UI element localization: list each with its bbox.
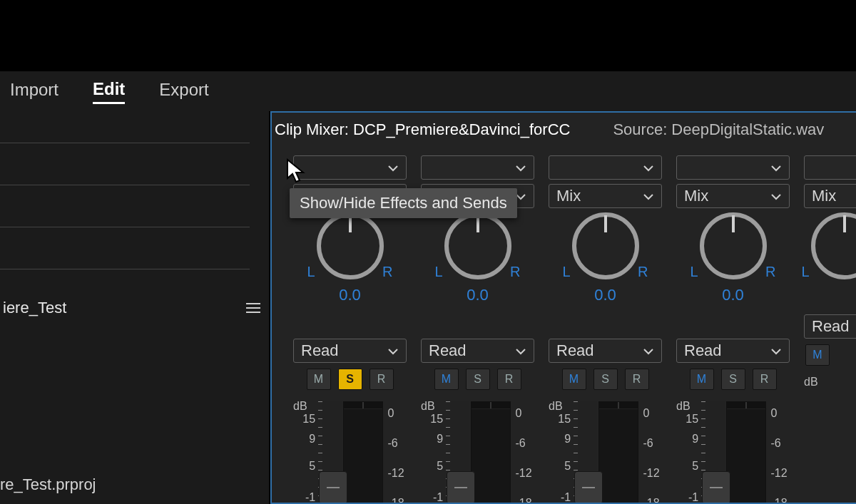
fx-slot-dropdown[interactable]	[549, 155, 662, 180]
record-button[interactable]: R	[625, 369, 649, 390]
automation-mode-dropdown[interactable]: Read	[804, 314, 856, 339]
tab-edit[interactable]: Edit	[93, 79, 125, 104]
channel-strip: Mix LR0.0 Read MSR dB1595-1 0-6-12-18	[669, 147, 797, 504]
send-dropdown[interactable]: Mix	[676, 184, 790, 208]
chevron-down-icon	[387, 341, 399, 360]
panel-menu-icon[interactable]	[246, 303, 260, 313]
pan-knob[interactable]	[572, 212, 639, 279]
automation-mode-value: Read	[301, 341, 339, 360]
tab-import[interactable]: Import	[10, 80, 58, 103]
mute-button[interactable]: M	[434, 369, 459, 390]
automation-mode-dropdown[interactable]: Read	[293, 339, 407, 363]
meter-scale-right: 0 -6 -12 -18	[387, 400, 407, 504]
level-meter	[598, 401, 639, 504]
solo-button[interactable]: S	[593, 369, 618, 390]
volume-fader[interactable]	[578, 401, 597, 504]
record-button[interactable]: R	[497, 369, 521, 390]
solo-button[interactable]: S	[721, 369, 745, 390]
chevron-down-icon	[515, 341, 526, 360]
channel-strip: Mix L Read M dB	[797, 147, 856, 504]
chevron-down-icon	[770, 187, 782, 205]
project-panel: iere_Test re_Test.prproj	[0, 111, 270, 504]
fader-handle[interactable]	[574, 471, 603, 504]
level-meter	[343, 401, 384, 504]
solo-button[interactable]: S	[466, 369, 490, 390]
pan-value: 0.0	[467, 286, 489, 304]
project-file-name[interactable]: re_Test.prproj	[0, 475, 96, 494]
fx-slot-dropdown[interactable]	[676, 155, 790, 180]
fx-slot-dropdown[interactable]	[293, 155, 407, 180]
pan-value: 0.0	[722, 286, 744, 304]
chevron-down-icon	[643, 187, 654, 205]
pan-right-label: R	[382, 264, 392, 280]
mute-button[interactable]: M	[562, 369, 586, 390]
volume-fader[interactable]	[322, 401, 342, 504]
pan-knob[interactable]	[700, 212, 767, 279]
level-meter	[471, 401, 511, 504]
record-button[interactable]: R	[370, 369, 394, 390]
pan-left-label: L	[307, 264, 315, 280]
tooltip-show-hide-effects: Show/Hide Effects and Sends	[290, 188, 517, 218]
automation-mode-dropdown[interactable]: Read	[549, 339, 662, 363]
title-bar-blackout	[0, 0, 856, 71]
fader-scale-left: dB 15 9 5 -1	[293, 400, 320, 504]
chevron-down-icon	[770, 341, 782, 360]
fader-handle[interactable]	[702, 471, 730, 504]
workspace: iere_Test re_Test.prproj Clip Mixer: DCP…	[0, 111, 856, 504]
workspace-tabs: Import Edit Export	[0, 71, 856, 111]
mute-button[interactable]: M	[805, 344, 830, 366]
fx-slot-dropdown[interactable]	[421, 155, 534, 180]
fader-handle[interactable]	[319, 471, 347, 504]
automation-mode-dropdown[interactable]: Read	[676, 339, 790, 363]
solo-button[interactable]: S	[338, 369, 362, 390]
tab-export[interactable]: Export	[159, 80, 208, 103]
automation-mode-dropdown[interactable]: Read	[421, 339, 534, 363]
record-button[interactable]: R	[753, 369, 777, 390]
send-dropdown[interactable]: Mix	[804, 184, 856, 208]
mute-button[interactable]: M	[307, 369, 331, 390]
fx-slot-dropdown[interactable]	[804, 155, 856, 180]
asset-name[interactable]: iere_Test	[3, 299, 66, 317]
chevron-down-icon	[515, 158, 526, 177]
pan-value: 0.0	[339, 286, 361, 304]
volume-fader[interactable]	[450, 401, 469, 504]
level-meter	[726, 401, 767, 504]
pan-value: 0.0	[594, 286, 616, 304]
chevron-down-icon	[770, 158, 782, 177]
divider	[0, 269, 250, 269]
pan-knob[interactable]	[444, 212, 511, 279]
channel-strip: Mix LR0.0 Read MSR dB1595-1 0-6-12-18	[541, 147, 669, 504]
send-dropdown[interactable]: Mix	[549, 184, 662, 208]
chevron-down-icon	[643, 341, 654, 360]
tab-clip-mixer[interactable]: Clip Mixer: DCP_Premiere&Davinci_forCC	[275, 120, 570, 139]
volume-fader[interactable]	[705, 401, 725, 504]
chevron-down-icon	[387, 158, 399, 177]
mute-button[interactable]: M	[690, 369, 714, 390]
pan-knob[interactable]	[317, 212, 384, 279]
chevron-down-icon	[643, 158, 654, 177]
fader-handle[interactable]	[447, 471, 475, 504]
tab-source-monitor[interactable]: Source: DeepDigitalStatic.wav	[613, 120, 824, 139]
clip-mixer-panel: Clip Mixer: DCP_Premiere&Davinci_forCC S…	[270, 111, 856, 504]
